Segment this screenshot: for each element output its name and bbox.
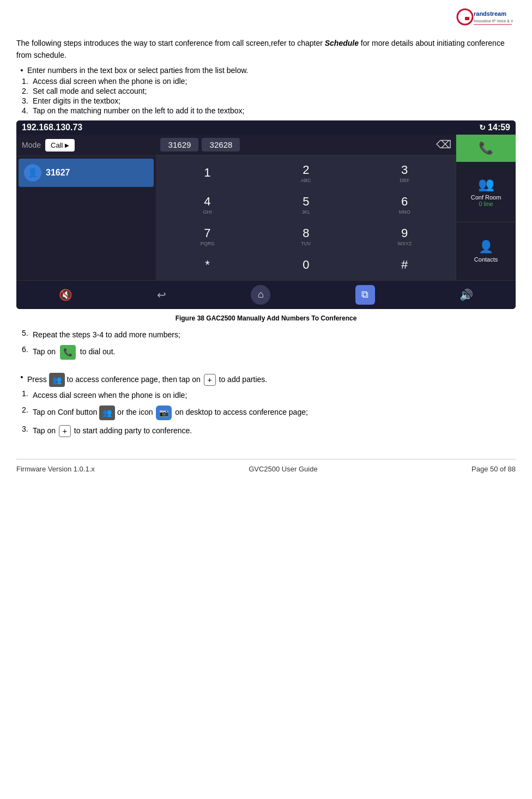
conf-room-button[interactable]: 👥 Conf Room 0 line	[456, 162, 516, 222]
steps-part3: 1. Access dial screen when the phone is …	[16, 389, 516, 437]
contacts-button[interactable]: 👤 Contacts	[456, 222, 516, 280]
contact-row[interactable]: 👤 31627	[19, 159, 154, 187]
refresh-icon: ↻	[479, 123, 486, 132]
step-num-3: 3.	[16, 96, 33, 105]
dial-key-3[interactable]: 3 DEF	[355, 158, 454, 189]
left-spacer	[16, 189, 156, 280]
dial-letters-7: PQRS	[201, 241, 215, 246]
dial-key-4[interactable]: 4 GHI	[158, 189, 256, 220]
dial-letters-3: DEF	[400, 178, 409, 183]
center-panel: 31629 32628 ⌫ 1 2 ABC 3 DEF 4	[156, 135, 456, 280]
step-3-1: 1. Access dial screen when the phone is …	[16, 389, 516, 401]
contact-number: 31627	[46, 168, 70, 178]
dial-key-8[interactable]: 8 TUV	[257, 221, 355, 252]
dial-key-7[interactable]: 7 PQRS	[158, 221, 256, 252]
desktop-conf-icon: 📷	[156, 405, 172, 420]
dial-num-0: 0	[303, 258, 309, 272]
steps-part2: 5. Repeat the steps 3-4 to add more numb…	[16, 329, 516, 360]
dial-num-hash: #	[401, 258, 408, 272]
dial-key-0[interactable]: 0	[257, 252, 355, 278]
status-time: ↻ 14:59	[479, 123, 510, 132]
step-3-3: 3. Tap on + to start adding party to con…	[16, 425, 516, 437]
step-text-1: Access dial screen when the phone is on …	[33, 77, 516, 86]
step-text-4: Tap on the matching number on the left t…	[33, 106, 516, 115]
input-row: 31629 32628 ⌫	[156, 135, 456, 155]
right-panel: 📞 👥 Conf Room 0 line 👤 Contacts	[456, 135, 516, 280]
dial-key-hash[interactable]: #	[355, 252, 454, 278]
step-3-2: 2. Tap on Conf button 👥 or the icon 📷 on…	[16, 405, 516, 420]
step-num-3-2: 2.	[16, 405, 33, 414]
firmware-version: Firmware Version 1.0.1.x	[16, 465, 95, 473]
contacts-label: Contacts	[474, 256, 498, 263]
back-icon[interactable]: ↩	[157, 288, 166, 301]
dial-num-1: 1	[204, 166, 210, 180]
dial-key-6[interactable]: 6 MNO	[355, 189, 454, 220]
dial-num-8: 8	[303, 226, 309, 240]
step-3: 3. Enter digits in the textbox;	[16, 96, 516, 105]
mode-bar: Mode Call ▶	[16, 135, 156, 156]
dial-letters-6: MNO	[399, 209, 410, 215]
step-num-3-1: 1.	[16, 389, 33, 398]
step-text-6: Tap on 📞 to dial out.	[33, 345, 516, 359]
contacts-icon: 👤	[479, 240, 493, 254]
step-text-3-2: Tap on Conf button 👥 or the icon 📷 on de…	[33, 405, 516, 420]
mode-btn-label: Call	[51, 141, 63, 149]
step-6: 6. Tap on 📞 to dial out.	[16, 345, 516, 359]
svg-text:randstream: randstream	[474, 10, 506, 17]
bullet-text-1: Enter numbers in the text box or select …	[27, 66, 248, 75]
conf-room-icon: 👥	[478, 177, 494, 192]
dial-num-3: 3	[401, 163, 408, 177]
contact-avatar-icon: 👤	[24, 164, 41, 181]
step-text-3: Enter digits in the textbox;	[33, 96, 516, 105]
dial-letters-5: JKL	[302, 209, 311, 215]
figure-caption: Figure 38 GAC2500 Manually Add Numbers T…	[16, 314, 516, 322]
step-num-5: 5.	[16, 329, 33, 337]
mode-button[interactable]: Call ▶	[45, 139, 75, 152]
step-num-4: 4.	[16, 106, 33, 115]
recent-apps-icon[interactable]: ⧉	[355, 285, 375, 305]
page-number: Page 50 of 88	[471, 465, 516, 473]
dial-letters-9: WXYZ	[397, 241, 412, 246]
step-num-3-3: 3.	[16, 425, 33, 433]
plus-add-icon: +	[204, 374, 216, 386]
conf-room-label: Conf Room	[471, 194, 501, 201]
conf-btn-icon: 👥	[99, 405, 115, 420]
mode-label: Mode	[22, 141, 41, 149]
grandstream-logo: randstream Innovative IP Voice & Video	[450, 5, 516, 33]
step-5: 5. Repeat the steps 3-4 to add more numb…	[16, 329, 516, 341]
dial-key-2[interactable]: 2 ABC	[257, 158, 355, 189]
call-button[interactable]: 📞	[456, 135, 516, 162]
step-4: 4. Tap on the matching number on the lef…	[16, 106, 516, 115]
bullet-item-2: • Press 👥 to access conference page, the…	[16, 373, 516, 387]
status-ip: 192.168.130.73	[22, 123, 82, 132]
dialpad-grid: 1 2 ABC 3 DEF 4 GHI 5 JKL	[156, 155, 456, 280]
dial-key-star[interactable]: *	[158, 252, 256, 278]
dial-num-9: 9	[401, 226, 408, 240]
phone-ui: 192.168.130.73 ↻ 14:59 Mode Call ▶ 👤 316…	[16, 120, 516, 309]
dial-key-9[interactable]: 9 WXYZ	[355, 221, 454, 252]
header-logo: randstream Innovative IP Voice & Video	[16, 5, 516, 33]
dial-letters-2: ABC	[301, 178, 311, 183]
phone-main-area: Mode Call ▶ 👤 31627 31629 32628 ⌫ 1	[16, 135, 516, 280]
backspace-button[interactable]: ⌫	[436, 138, 451, 151]
step-num-6: 6.	[16, 345, 33, 354]
plus-party-icon: +	[59, 425, 71, 437]
page-footer: Firmware Version 1.0.1.x GVC2500 User Gu…	[16, 459, 516, 473]
step-num-1: 1.	[16, 77, 33, 86]
dial-input-1[interactable]: 31629	[160, 138, 198, 152]
dial-key-1[interactable]: 1	[158, 158, 256, 189]
step-text-5: Repeat the steps 3-4 to add more numbers…	[33, 329, 516, 341]
dial-num-6: 6	[401, 195, 408, 209]
volume-icon[interactable]: 🔊	[460, 288, 473, 301]
svg-text:Innovative IP Voice & Video: Innovative IP Voice & Video	[474, 19, 513, 23]
phone-status-bar: 192.168.130.73 ↻ 14:59	[16, 120, 516, 135]
conf-room-line: 0 line	[479, 201, 493, 207]
dial-key-5[interactable]: 5 JKL	[257, 189, 355, 220]
bullet-text-2: Press 👥 to access conference page, then …	[27, 373, 516, 387]
bullet-symbol-2: •	[16, 373, 27, 387]
left-panel: Mode Call ▶ 👤 31627	[16, 135, 156, 280]
mute-icon[interactable]: 🔇	[59, 288, 72, 301]
dial-num-7: 7	[204, 226, 210, 240]
dial-input-2[interactable]: 32628	[202, 138, 240, 152]
home-icon[interactable]: ⌂	[251, 285, 270, 305]
